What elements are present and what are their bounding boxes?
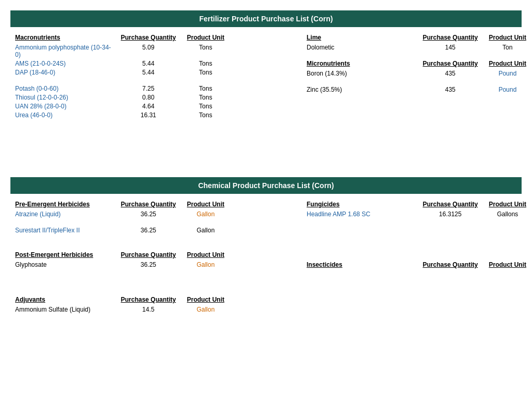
table-row: Surestart II/TripleFlex II 36.25 Gallon [13, 226, 299, 234]
table-row: Potash (0-0-60) 7.25 Tons [13, 84, 299, 93]
chem-right-qty-header1: Purchase Quantity [419, 200, 482, 208]
fungicides-label: Fungicides [305, 200, 419, 208]
macro-header-row: Macronutrients Purchase Quantity Product… [13, 33, 299, 42]
fungicides-header-row: Fungicides Purchase Quantity Product Uni… [305, 200, 532, 208]
item-unit: Pound [482, 85, 532, 94]
item-unit: Gallons [482, 210, 532, 218]
table-row: Boron (14.3%) 435 Pound [305, 69, 532, 78]
fertilizer-right: Lime Purchase Quantity Product Unit Dolo… [302, 33, 532, 120]
chem-left-qty-header2: Purchase Quantity [117, 251, 180, 259]
chem-left-qty-header1: Purchase Quantity [117, 200, 180, 208]
item-name: Atrazine (Liquid) [13, 210, 117, 218]
table-row: Ammonium Sulfate (Liquid) 14.5 Gallon [13, 305, 299, 314]
macronutrients-label: Macronutrients [13, 33, 117, 42]
item-qty: 7.25 [117, 84, 180, 93]
item-qty: 5.09 [117, 43, 180, 59]
item-qty: 145 [419, 43, 482, 52]
chem-left-unit-header1: Product Unit [180, 200, 232, 208]
item-qty: 0.80 [117, 93, 180, 102]
fert-right-qty-header1: Purchase Quantity [419, 33, 482, 42]
lime-header-row: Lime Purchase Quantity Product Unit [305, 33, 532, 42]
fert-right-unit-header1: Product Unit [482, 33, 532, 42]
table-row: Zinc (35.5%) 435 Pound [305, 85, 532, 94]
fertilizer-left: Macronutrients Purchase Quantity Product… [10, 33, 302, 120]
fert-left-unit-header: Product Unit [180, 33, 232, 42]
chem-right-unit-header2: Product Unit [482, 261, 532, 269]
item-unit: Tons [180, 84, 232, 93]
item-qty: 14.5 [117, 305, 180, 314]
item-unit: Tons [180, 59, 232, 68]
chemical-left: Pre-Emergent Herbicides Purchase Quantit… [10, 200, 302, 314]
adjuvants-label: Adjuvants [13, 295, 117, 304]
chemical-section: Chemical Product Purchase List (Corn) Pr… [10, 177, 522, 314]
item-unit: Gallon [180, 261, 232, 269]
fert-right-qty-header2: Purchase Quantity [419, 59, 482, 68]
item-unit: Gallon [180, 305, 232, 314]
table-row: Urea (46-0-0) 16.31 Tons [13, 111, 299, 119]
table-row: Dolometic 145 Ton [305, 43, 532, 52]
fert-left-qty-header: Purchase Quantity [117, 33, 180, 42]
item-unit: Tons [180, 93, 232, 102]
table-row: Headline AMP 1.68 SC 16.3125 Gallons [305, 210, 532, 218]
item-qty: 5.44 [117, 59, 180, 68]
chem-left-unit-header3: Product Unit [180, 295, 232, 304]
item-unit: Gallon [180, 210, 232, 218]
table-row: Glyphosate 36.25 Gallon [13, 261, 299, 269]
fertilizer-title: Fertilizer Product Purchase List (Corn) [10, 10, 522, 27]
table-row: Ammonium polyphosphate (10-34-0) 5.09 To… [13, 43, 299, 59]
post-emergent-header-row: Post-Emergent Herbicides Purchase Quanti… [13, 251, 299, 259]
pre-emergent-header-row: Pre-Emergent Herbicides Purchase Quantit… [13, 200, 299, 208]
table-row: DAP (18-46-0) 5.44 Tons [13, 68, 299, 77]
item-name: Surestart II/TripleFlex II [13, 226, 117, 234]
item-qty: 435 [419, 85, 482, 94]
item-qty: 36.25 [117, 261, 180, 269]
item-name: AMS (21-0-0-24S) [13, 59, 117, 68]
table-row: Atrazine (Liquid) 36.25 Gallon [13, 210, 299, 218]
pre-emergent-label: Pre-Emergent Herbicides [13, 200, 117, 208]
post-emergent-label: Post-Emergent Herbicides [13, 251, 117, 259]
chem-right-unit-header1: Product Unit [482, 200, 532, 208]
item-unit: Tons [180, 43, 232, 59]
micro-header-row: Micronutrients Purchase Quantity Product… [305, 59, 532, 68]
item-qty: 16.3125 [419, 210, 482, 218]
item-name: Boron (14.3%) [305, 69, 419, 78]
item-name: Glyphosate [13, 261, 117, 269]
micronutrients-label: Micronutrients [305, 59, 419, 68]
item-name: Urea (46-0-0) [13, 111, 117, 119]
item-qty: 16.31 [117, 111, 180, 119]
fert-right-unit-header2: Product Unit [482, 59, 532, 68]
chem-left-unit-header2: Product Unit [180, 251, 232, 259]
item-qty: 5.44 [117, 68, 180, 77]
item-qty: 4.64 [117, 102, 180, 110]
adjuvants-header-row: Adjuvants Purchase Quantity Product Unit [13, 295, 299, 304]
table-row: UAN 28% (28-0-0) 4.64 Tons [13, 102, 299, 110]
item-name: UAN 28% (28-0-0) [13, 102, 117, 110]
lime-label: Lime [305, 33, 419, 42]
fertilizer-section: Fertilizer Product Purchase List (Corn) … [10, 10, 522, 120]
item-name: DAP (18-46-0) [13, 68, 117, 77]
item-unit: Pound [482, 69, 532, 78]
chem-right-qty-header2: Purchase Quantity [419, 261, 482, 269]
insecticides-label: Insecticides [305, 261, 419, 269]
table-row: Thiosul (12-0-0-26) 0.80 Tons [13, 93, 299, 102]
item-name: Zinc (35.5%) [305, 85, 419, 94]
item-qty: 435 [419, 69, 482, 78]
item-unit: Gallon [180, 226, 232, 234]
item-unit: Tons [180, 102, 232, 110]
item-name: Dolometic [305, 43, 419, 52]
insecticides-header-row: Insecticides Purchase Quantity Product U… [305, 261, 532, 269]
item-name: Ammonium Sulfate (Liquid) [13, 305, 117, 314]
item-qty: 36.25 [117, 226, 180, 234]
item-name: Ammonium polyphosphate (10-34-0) [13, 43, 117, 59]
chemical-right: Fungicides Purchase Quantity Product Uni… [302, 200, 532, 314]
chem-left-qty-header3: Purchase Quantity [117, 295, 180, 304]
item-name: Thiosul (12-0-0-26) [13, 93, 117, 102]
item-name: Headline AMP 1.68 SC [305, 210, 419, 218]
item-unit: Tons [180, 68, 232, 77]
item-unit: Tons [180, 111, 232, 119]
item-unit: Ton [482, 43, 532, 52]
chemical-title: Chemical Product Purchase List (Corn) [10, 177, 522, 194]
item-qty: 36.25 [117, 210, 180, 218]
item-name: Potash (0-0-60) [13, 84, 117, 93]
table-row: AMS (21-0-0-24S) 5.44 Tons [13, 59, 299, 68]
